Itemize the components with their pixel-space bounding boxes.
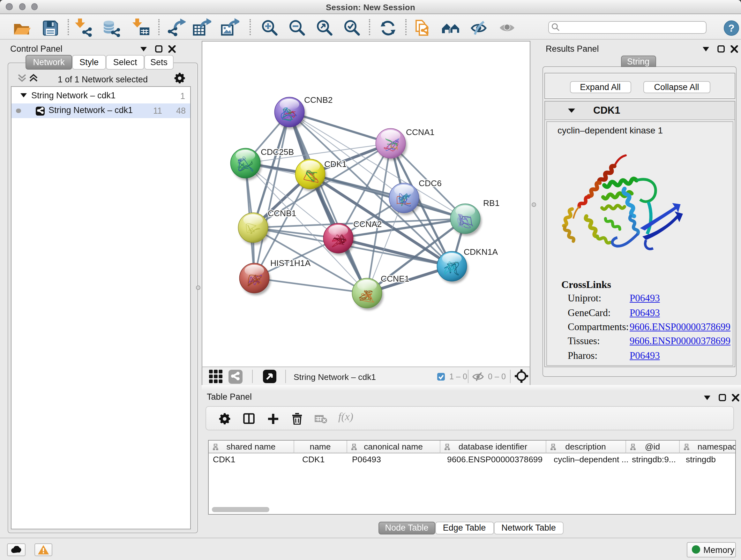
svg-text:CDKN1A: CDKN1A (464, 247, 498, 256)
svg-text:CDK1: CDK1 (324, 159, 347, 169)
svg-text:RB1: RB1 (483, 198, 499, 207)
svg-text:CCNA1: CCNA1 (406, 127, 434, 137)
svg-text:CDC6: CDC6 (419, 178, 442, 188)
svg-text:HIST1H1A: HIST1H1A (270, 258, 311, 267)
svg-text:CCNB1: CCNB1 (268, 208, 296, 218)
svg-text:CCNA2: CCNA2 (353, 219, 382, 229)
svg-text:?: ? (728, 22, 735, 34)
svg-text:CCNB2: CCNB2 (304, 95, 333, 105)
svg-text:CDC25B: CDC25B (261, 147, 294, 157)
svg-text:CCNE1: CCNE1 (381, 273, 409, 283)
